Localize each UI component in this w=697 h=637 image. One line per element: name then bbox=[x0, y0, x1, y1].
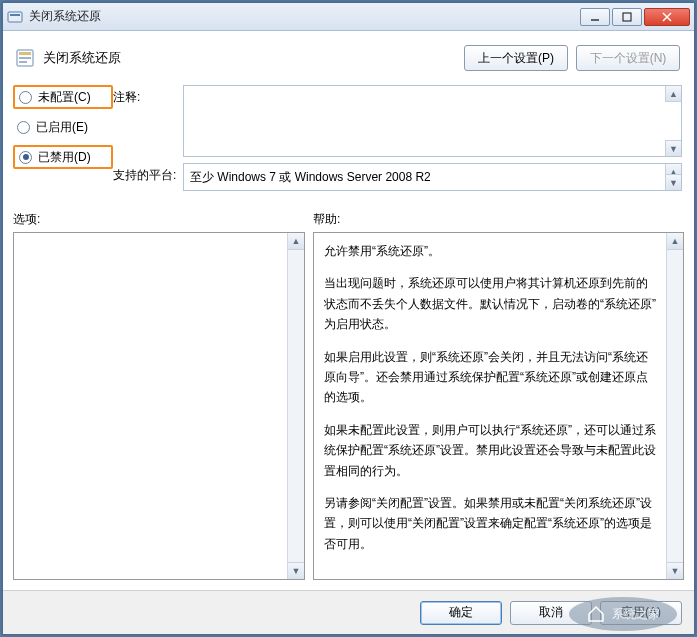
help-paragraph: 如果未配置此设置，则用户可以执行“系统还原”，还可以通过系统保护配置“系统还原”… bbox=[324, 420, 656, 481]
minimize-button[interactable] bbox=[580, 8, 610, 26]
content-area: 关闭系统还原 上一个设置(P) 下一个设置(N) 未配置(C) 已启用(E) 已… bbox=[3, 31, 694, 590]
previous-setting-button[interactable]: 上一个设置(P) bbox=[464, 45, 568, 71]
dialog-window: 关闭系统还原 关闭系统还原 上一个设置(P) 下一个设置(N) 未配置(C) bbox=[2, 2, 695, 635]
next-setting-button: 下一个设置(N) bbox=[576, 45, 680, 71]
help-content: 允许禁用“系统还原”。 当出现问题时，系统还原可以使用户将其计算机还原到先前的状… bbox=[314, 233, 666, 579]
radio-disabled[interactable]: 已禁用(D) bbox=[13, 145, 113, 169]
options-label: 选项: bbox=[13, 211, 313, 228]
options-content bbox=[14, 233, 287, 579]
config-section: 未配置(C) 已启用(E) 已禁用(D) 注释: ▲ ▼ bbox=[13, 83, 684, 205]
radio-label: 已启用(E) bbox=[36, 119, 88, 136]
details-column: 注释: ▲ ▼ 支持的平台: 至少 Windows 7 或 Windows Se… bbox=[113, 85, 684, 197]
svg-rect-3 bbox=[623, 13, 631, 21]
help-panel: 允许禁用“系统还原”。 当出现问题时，系统还原可以使用户将其计算机还原到先前的状… bbox=[313, 232, 684, 580]
options-panel: ▲ ▼ bbox=[13, 232, 305, 580]
platform-label: 支持的平台: bbox=[113, 163, 183, 191]
close-button[interactable] bbox=[644, 8, 690, 26]
ok-button[interactable]: 确定 bbox=[420, 601, 502, 625]
comment-input[interactable]: ▲ ▼ bbox=[183, 85, 682, 157]
help-paragraph: 当出现问题时，系统还原可以使用户将其计算机还原到先前的状态而不丢失个人数据文件。… bbox=[324, 273, 656, 334]
dialog-footer: 确定 取消 应用(A) 系统之家 bbox=[3, 590, 694, 634]
titlebar[interactable]: 关闭系统还原 bbox=[3, 3, 694, 31]
help-label: 帮助: bbox=[313, 211, 340, 228]
radio-label: 已禁用(D) bbox=[38, 149, 91, 166]
scroll-down-icon[interactable]: ▼ bbox=[667, 562, 683, 579]
app-icon bbox=[7, 9, 23, 25]
radio-icon bbox=[19, 151, 32, 164]
nav-buttons: 上一个设置(P) 下一个设置(N) bbox=[464, 45, 680, 71]
platform-row: 支持的平台: 至少 Windows 7 或 Windows Server 200… bbox=[113, 163, 684, 191]
cancel-button[interactable]: 取消 bbox=[510, 601, 592, 625]
help-paragraph: 另请参阅“关闭配置”设置。如果禁用或未配置“关闭系统还原”设置，则可以使用“关闭… bbox=[324, 493, 656, 554]
radio-icon bbox=[17, 121, 30, 134]
radio-icon bbox=[19, 91, 32, 104]
radio-not-configured[interactable]: 未配置(C) bbox=[13, 85, 113, 109]
scroll-down-icon[interactable]: ▼ bbox=[288, 562, 304, 579]
scroll-up-icon[interactable]: ▲ bbox=[667, 233, 683, 250]
help-paragraph: 允许禁用“系统还原”。 bbox=[324, 241, 656, 261]
window-controls bbox=[580, 8, 690, 26]
window-title: 关闭系统还原 bbox=[29, 8, 580, 25]
scrollbar[interactable]: ▲ ▼ bbox=[666, 233, 683, 579]
platform-text: 至少 Windows 7 或 Windows Server 2008 R2 bbox=[190, 170, 431, 184]
svg-rect-8 bbox=[19, 57, 31, 59]
policy-icon bbox=[15, 48, 35, 68]
radio-enabled[interactable]: 已启用(E) bbox=[13, 115, 113, 139]
scroll-down-icon[interactable]: ▼ bbox=[665, 174, 681, 190]
scroll-up-icon[interactable]: ▲ bbox=[288, 233, 304, 250]
platform-display: 至少 Windows 7 或 Windows Server 2008 R2 ▲ … bbox=[183, 163, 682, 191]
maximize-button[interactable] bbox=[612, 8, 642, 26]
svg-rect-1 bbox=[10, 14, 20, 16]
scroll-down-icon[interactable]: ▼ bbox=[665, 140, 681, 156]
scroll-up-icon[interactable]: ▲ bbox=[665, 86, 681, 102]
comment-row: 注释: ▲ ▼ bbox=[113, 85, 684, 157]
header-row: 关闭系统还原 上一个设置(P) 下一个设置(N) bbox=[13, 41, 684, 83]
scrollbar[interactable]: ▲ ▼ bbox=[287, 233, 304, 579]
apply-button[interactable]: 应用(A) bbox=[600, 601, 682, 625]
radio-group: 未配置(C) 已启用(E) 已禁用(D) bbox=[13, 85, 113, 197]
svg-rect-0 bbox=[8, 12, 22, 22]
comment-label: 注释: bbox=[113, 85, 183, 157]
page-title: 关闭系统还原 bbox=[43, 49, 121, 67]
help-paragraph: 如果启用此设置，则“系统还原”会关闭，并且无法访问“系统还原向导”。还会禁用通过… bbox=[324, 347, 656, 408]
panel-headers: 选项: 帮助: bbox=[13, 205, 684, 232]
panels-row: ▲ ▼ 允许禁用“系统还原”。 当出现问题时，系统还原可以使用户将其计算机还原到… bbox=[13, 232, 684, 580]
svg-rect-7 bbox=[19, 52, 31, 55]
radio-label: 未配置(C) bbox=[38, 89, 91, 106]
svg-rect-9 bbox=[19, 61, 27, 63]
